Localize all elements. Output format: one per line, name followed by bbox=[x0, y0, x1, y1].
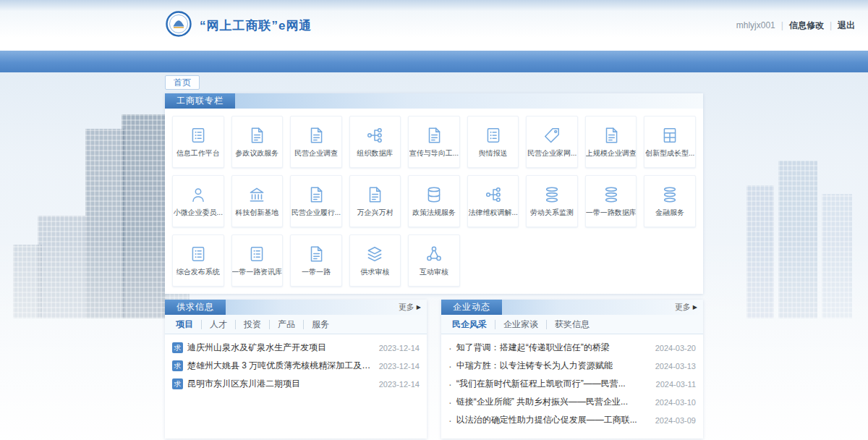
special-item-label: 民营企业履行... bbox=[292, 208, 341, 218]
panel-enterprise-news: 企业动态 更多 ▶ 民企风采企业家谈获奖信息 ·知了背调：搭建起“传递职业信任”… bbox=[441, 300, 703, 439]
special-item[interactable]: 金融服务 bbox=[644, 175, 696, 227]
edit-info-link[interactable]: 信息修改 bbox=[789, 20, 824, 32]
special-item[interactable]: 劳动关系监测 bbox=[526, 175, 578, 227]
news-item-title: 中瑞方胜：以专注铸专长为人力资源赋能 bbox=[456, 360, 650, 372]
special-item[interactable]: 民营企业履行... bbox=[290, 175, 342, 227]
special-item-label: 宣传与导向工... bbox=[409, 148, 459, 158]
special-item-label: 金融服务 bbox=[655, 208, 684, 218]
supply-panel-header: 供求信息 更多 ▶ bbox=[165, 300, 427, 315]
special-item[interactable]: 信息工作平台 bbox=[172, 116, 224, 168]
news-more-link[interactable]: 更多 ▶ bbox=[669, 300, 703, 315]
clipboard-list-icon bbox=[189, 244, 208, 263]
header-spacer bbox=[502, 300, 669, 315]
coins-icon bbox=[602, 185, 621, 204]
special-item-label: 法律维权调解... bbox=[468, 208, 517, 218]
special-item[interactable]: 一带一路数据库 bbox=[585, 175, 637, 227]
special-item-label: 劳动关系监测 bbox=[530, 208, 574, 218]
tab-home[interactable]: 首页 bbox=[165, 75, 200, 90]
special-item-label: 一带一路资讯库 bbox=[231, 267, 282, 277]
user-area: mhlyjx001 | 信息修改 | 退出 bbox=[736, 20, 855, 32]
demand-type-badge: 求 bbox=[172, 342, 183, 353]
special-item[interactable]: 法律维权调解... bbox=[467, 175, 519, 227]
doc-lines-icon bbox=[307, 244, 326, 263]
news-item[interactable]: ·中瑞方胜：以专注铸专长为人力资源赋能2024-03-13 bbox=[448, 357, 696, 375]
logout-link[interactable]: 退出 bbox=[838, 20, 855, 32]
special-item-label: 供求审核 bbox=[360, 267, 389, 277]
special-item[interactable]: 小微企业委员... bbox=[172, 175, 224, 227]
bottom-panels-row: 供求信息 更多 ▶ 项目人才投资产品服务 求迪庆州山泉水及矿泉水生产开发项目20… bbox=[165, 300, 703, 439]
clipboard-list-icon bbox=[247, 244, 266, 263]
special-item-label: 一带一路 bbox=[302, 267, 331, 277]
site-logo bbox=[165, 10, 192, 41]
special-item-label: 综合发布系统 bbox=[176, 267, 220, 277]
news-tab-0[interactable]: 民企风采 bbox=[444, 320, 495, 329]
special-item[interactable]: 创新型成长型... bbox=[644, 116, 696, 168]
news-item[interactable]: ·“我们在新时代新征程上凯歌而行”——民营...2024-03-11 bbox=[448, 375, 696, 393]
doc-form-icon bbox=[660, 125, 679, 145]
supply-item-title: 迪庆州山泉水及矿泉水生产开发项目 bbox=[187, 342, 373, 354]
news-item[interactable]: ·链接“企业所能” 共助乡村振兴——民营企业...2024-03-10 bbox=[448, 393, 696, 411]
news-item-date: 2024-03-09 bbox=[655, 416, 696, 425]
special-item[interactable]: 万企兴万村 bbox=[349, 175, 401, 227]
supply-more-link[interactable]: 更多 ▶ bbox=[393, 300, 427, 315]
special-item[interactable]: 上规模企业调查 bbox=[585, 116, 637, 168]
supply-tab-0[interactable]: 项目 bbox=[168, 320, 202, 329]
special-item[interactable]: 综合发布系统 bbox=[172, 234, 224, 287]
special-item[interactable]: 民营企业调查 bbox=[290, 116, 342, 168]
supply-list: 求迪庆州山泉水及矿泉水生产开发项目2023-12-14求楚雄州大姚县 3 万吨优… bbox=[165, 334, 427, 439]
more-arrow-icon: ▶ bbox=[693, 304, 697, 310]
tab-strip: 首页 bbox=[165, 72, 703, 91]
supply-item[interactable]: 求楚雄州大姚县 3 万吨优质薄壳核桃精深加工及科...2023-12-14 bbox=[172, 357, 420, 375]
special-item[interactable]: 互动审核 bbox=[408, 234, 460, 287]
special-item[interactable]: 一带一路 bbox=[290, 234, 342, 287]
news-panel-title: 企业动态 bbox=[441, 300, 502, 315]
news-tab-2[interactable]: 获奖信息 bbox=[547, 320, 597, 329]
special-item-label: 民营企业家网... bbox=[527, 148, 576, 158]
panel-special-column: 工商联专栏 信息工作平台参政议政服务民营企业调查组织数据库宣传与导向工...舆情… bbox=[165, 93, 703, 294]
special-item[interactable]: 民营企业家网... bbox=[526, 116, 578, 168]
supply-tab-1[interactable]: 人才 bbox=[202, 320, 236, 329]
person-icon bbox=[189, 185, 208, 204]
special-panel-title: 工商联专栏 bbox=[165, 93, 235, 109]
supply-tab-3[interactable]: 产品 bbox=[270, 320, 304, 329]
special-item[interactable]: 一带一路资讯库 bbox=[231, 234, 284, 287]
special-item-label: 创新型成长型... bbox=[645, 148, 694, 158]
special-item[interactable]: 宣传与导向工... bbox=[408, 116, 460, 168]
special-item[interactable]: 政策法规服务 bbox=[408, 175, 460, 227]
supply-tab-4[interactable]: 服务 bbox=[304, 320, 337, 329]
special-item-label: 信息工作平台 bbox=[176, 148, 220, 158]
special-item-label: 上规模企业调查 bbox=[586, 148, 637, 158]
main-content: 工商联专栏 信息工作平台参政议政服务民营企业调查组织数据库宣传与导向工...舆情… bbox=[165, 93, 703, 439]
layers-icon bbox=[365, 244, 384, 263]
header-spacer bbox=[235, 93, 703, 109]
special-item[interactable]: 供求审核 bbox=[349, 234, 401, 287]
supply-item-title: 昆明市东川区东川港二期项目 bbox=[187, 378, 373, 390]
special-item[interactable]: 舆情报送 bbox=[467, 116, 519, 168]
special-item-label: 民营企业调查 bbox=[294, 148, 338, 158]
bullet-icon: · bbox=[448, 397, 452, 407]
supply-item-date: 2023-12-14 bbox=[379, 344, 420, 352]
special-item-label: 政策法规服务 bbox=[412, 208, 456, 218]
coins-icon bbox=[660, 185, 679, 204]
supply-item[interactable]: 求迪庆州山泉水及矿泉水生产开发项目2023-12-14 bbox=[172, 339, 420, 357]
supply-tab-2[interactable]: 投资 bbox=[236, 320, 270, 329]
news-item[interactable]: ·知了背调：搭建起“传递职业信任”的桥梁2024-03-20 bbox=[448, 339, 696, 357]
link-nodes-icon bbox=[425, 244, 443, 263]
special-item[interactable]: 参政议政服务 bbox=[231, 116, 284, 168]
news-item-date: 2024-03-10 bbox=[655, 398, 696, 407]
doc-lines-icon bbox=[425, 125, 443, 145]
database-icon bbox=[425, 185, 443, 204]
doc-lines-icon bbox=[307, 125, 326, 145]
clipboard-list-icon bbox=[189, 125, 208, 145]
special-item[interactable]: 组织数据库 bbox=[349, 116, 401, 168]
special-item-label: 小微企业委员... bbox=[174, 208, 223, 218]
special-item[interactable]: 科技创新基地 bbox=[231, 175, 284, 227]
top-header: “网上工商联”e网通 mhlyjx001 | 信息修改 | 退出 bbox=[0, 0, 868, 51]
brand: “网上工商联”e网通 bbox=[165, 10, 312, 41]
bullet-icon: · bbox=[448, 361, 452, 371]
supply-item[interactable]: 求昆明市东川区东川港二期项目2023-12-14 bbox=[172, 375, 420, 393]
doc-lines-icon bbox=[307, 185, 326, 204]
news-tab-1[interactable]: 企业家谈 bbox=[495, 320, 547, 329]
bullet-icon: · bbox=[448, 379, 452, 389]
news-item[interactable]: ·以法治的确定性助力提信心促发展——工商联...2024-03-09 bbox=[448, 411, 696, 429]
